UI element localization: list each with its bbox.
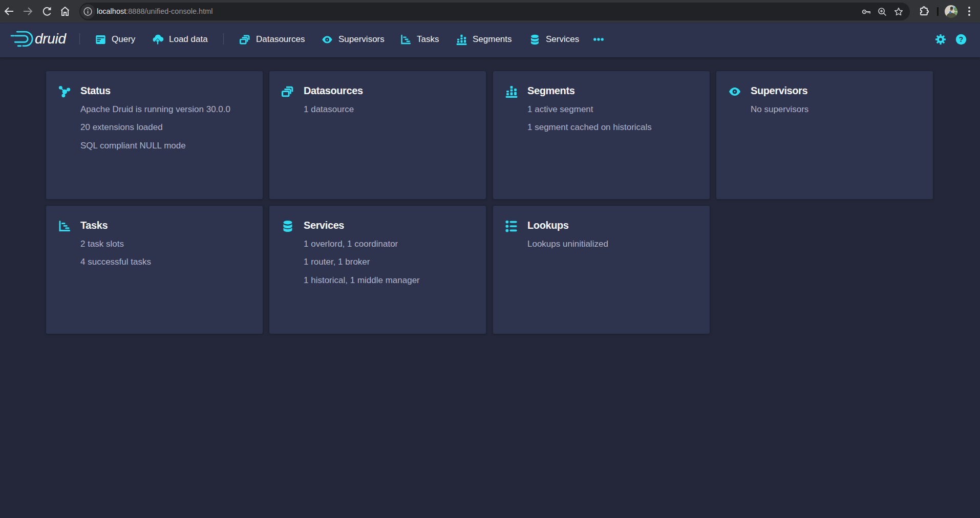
svg-text:?: ? [959,35,964,44]
